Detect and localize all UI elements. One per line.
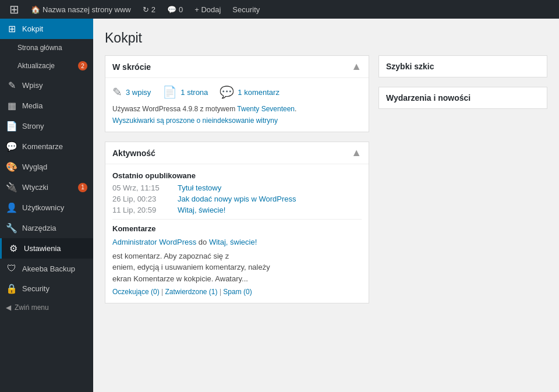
activity-date-1: 26 Lip, 00:23 [112, 195, 171, 203]
sidebar-item-wtyczki[interactable]: 🔌 Wtyczki 1 [0, 177, 93, 197]
wyglad-icon: 🎨 [6, 161, 17, 172]
main-content: Kokpit W skrócie ✎ 3 wpisy [93, 19, 559, 392]
sidebar-item-narzedzia[interactable]: 🔧 Narzędzia [0, 218, 93, 238]
media-icon: ▦ [6, 100, 17, 111]
wp-logo-button[interactable]: ⊞ [5, 0, 24, 19]
sidebar-item-wpisy[interactable]: ✎ Wpisy [0, 75, 93, 96]
activity-row-0: 05 Wrz, 11:15 Tytuł testowy [112, 183, 362, 192]
szybki-szkic-label: Szybki szkic [386, 62, 434, 71]
wordpress-info-text: Używasz WordPressa 4.9.8 z motywem [112, 105, 237, 113]
strona-count-link[interactable]: 1 strona [181, 88, 208, 97]
sidebar: ⊞ Kokpit Strona główna Aktualizacje 2 ✎ … [0, 19, 93, 392]
sidebar-item-ustawienia-wrapper: ⚙ Ustawienia Ogólne Pisanie Czytanie Dys… [0, 238, 93, 259]
komentarze-icon: 💬 [6, 141, 17, 152]
oczekujace-link[interactable]: Oczekujące (0) [112, 288, 160, 296]
aktualizacje-label: Aktualizacje [17, 62, 55, 70]
widget-aktywnosc-body: Ostatnio opublikowane 05 Wrz, 11:15 Tytu… [105, 164, 369, 303]
wtyczki-badge: 1 [78, 183, 87, 192]
activity-link-1[interactable]: Jak dodać nowy wpis w WordPress [178, 195, 296, 203]
dashboard-columns: W skrócie ✎ 3 wpisy 📄 1 strona [105, 55, 547, 303]
app-body: ⊞ Kokpit Strona główna Aktualizacje 2 ✎ … [0, 19, 559, 392]
add-label: + Dodaj [194, 5, 221, 14]
comment-text: Administrator WordPress do Witaj, świeci… [112, 236, 362, 248]
comment-post-link[interactable]: Witaj, świecie! [209, 238, 257, 246]
comments-stat-icon: 💬 [220, 85, 234, 99]
comment-section-title: Komentarze [112, 224, 362, 233]
activity-divider [112, 219, 362, 220]
stat-wpisy: ✎ 3 wpisy [112, 85, 151, 99]
wp-icon: ⊞ [9, 2, 19, 16]
activity-date-0: 05 Wrz, 11:15 [112, 183, 171, 192]
updates-button[interactable]: ↻ 2 [138, 0, 160, 19]
comments-button[interactable]: 💬 0 [162, 0, 187, 19]
sidebar-item-wyglad[interactable]: 🎨 Wygląd [0, 157, 93, 177]
stat-comments: 💬 1 komentarz [220, 85, 280, 99]
sidebar-item-strona-glowna[interactable]: Strona główna [0, 39, 93, 56]
widget-wskrocie-body: ✎ 3 wpisy 📄 1 strona 💬 1 komentarz [105, 78, 369, 132]
sidebar-item-akeeba-backup[interactable]: 🛡 Akeeba Backup [0, 259, 93, 278]
activity-date-2: 11 Lip, 20:59 [112, 206, 171, 214]
widget-wskrocie-title: W skrócie [112, 62, 151, 72]
right-column: Szybki szkic Wydarzenia i nowości [378, 55, 547, 303]
akeeba-icon: 🛡 [6, 263, 17, 274]
strony-icon: 📄 [6, 121, 17, 132]
theme-link[interactable]: Twenty Seventeen [237, 105, 295, 113]
comment-author-link[interactable]: Administrator WordPress [112, 238, 196, 246]
collapse-icon: ◀ [6, 303, 11, 312]
left-column: W skrócie ✎ 3 wpisy 📄 1 strona [105, 55, 369, 303]
comments-count: 0 [179, 5, 183, 14]
wpisy-stat-icon: ✎ [112, 85, 122, 99]
activity-link-0[interactable]: Tytuł testowy [178, 183, 221, 192]
narzedzia-icon: 🔧 [6, 223, 17, 234]
wpisy-count-link[interactable]: 3 wpisy [126, 88, 151, 97]
sidebar-item-kokpit-label: Kokpit [22, 24, 87, 33]
comment-body: est komentarz. Aby zapoznać się zeniem, … [112, 250, 362, 285]
comment-actions: Oczekujące (0) | Zatwierdzone (1) | Spam… [112, 288, 362, 296]
search-warning-link[interactable]: Wyszukiwarki są proszone o nieindeksowan… [112, 116, 278, 125]
sidebar-item-media[interactable]: ▦ Media [0, 96, 93, 116]
sidebar-item-media-label: Media [22, 101, 87, 110]
site-name-button[interactable]: 🏠 Nazwa naszej strony www [26, 0, 136, 19]
collapse-menu-button[interactable]: ◀ Zwiń menu [0, 299, 93, 316]
wpisy-icon: ✎ [6, 80, 17, 91]
sidebar-item-komentarze-label: Komentarze [22, 142, 87, 151]
widget-aktywnosc-collapse[interactable] [351, 147, 362, 159]
aktualizacje-badge: 2 [78, 61, 87, 70]
sidebar-item-wpisy-label: Wpisy [22, 81, 87, 90]
widget-wskrocie-header: W skrócie [105, 56, 369, 78]
sidebar-item-akeeba-label: Akeeba Backup [22, 264, 87, 273]
security-sidebar-icon: 🔒 [6, 283, 17, 294]
activity-link-2[interactable]: Witaj, świecie! [178, 206, 225, 214]
activity-section-title: Ostatnio opublikowane [112, 171, 362, 180]
add-button[interactable]: + Dodaj [190, 0, 225, 19]
widget-wskrocie-collapse[interactable] [351, 61, 362, 73]
sidebar-item-security[interactable]: 🔒 Security [0, 278, 93, 299]
widget-wskrocie: W skrócie ✎ 3 wpisy 📄 1 strona [105, 55, 369, 132]
spam-link[interactable]: Spam (0) [223, 288, 252, 296]
sidebar-item-komentarze[interactable]: 💬 Komentarze [0, 136, 93, 157]
strona-stat-icon: 📄 [162, 85, 177, 99]
uzytkownicy-icon: 👤 [6, 202, 17, 213]
collapse-label: Zwiń menu [15, 303, 49, 312]
sidebar-item-kokpit[interactable]: ⊞ Kokpit [0, 19, 93, 39]
kokpit-icon: ⊞ [6, 23, 17, 34]
widget-aktywnosc: Aktywność Ostatnio opublikowane 05 Wrz, … [105, 142, 369, 303]
sidebar-item-aktualizacje[interactable]: Aktualizacje 2 [0, 56, 93, 75]
sidebar-item-strony[interactable]: 📄 Strony [0, 116, 93, 136]
activity-row-1: 26 Lip, 00:23 Jak dodać nowy wpis w Word… [112, 195, 362, 203]
sidebar-item-ustawienia[interactable]: ⚙ Ustawienia [0, 238, 93, 259]
stat-strona: 📄 1 strona [162, 85, 208, 99]
sidebar-item-uzytkownicy[interactable]: 👤 Użytkownicy [0, 197, 93, 218]
comments-count-link[interactable]: 1 komentarz [238, 88, 280, 97]
activity-row-2: 11 Lip, 20:59 Witaj, świecie! [112, 206, 362, 214]
sidebar-item-narzedzia-label: Narzędzia [22, 224, 87, 232]
ustawienia-icon: ⚙ [8, 243, 19, 254]
widget-aktywnosc-header: Aktywność [105, 142, 369, 164]
home-icon: 🏠 [31, 5, 40, 14]
wydarzenia-nowosci-label: Wydarzenia i nowości [386, 93, 470, 103]
sidebar-item-security-label: Security [22, 284, 87, 293]
security-label: Security [232, 5, 260, 14]
sidebar-item-wtyczki-label: Wtyczki [22, 183, 73, 192]
security-button[interactable]: Security [228, 0, 264, 19]
zatwierdzone-link[interactable]: Zatwierdzone (1) [165, 288, 218, 296]
